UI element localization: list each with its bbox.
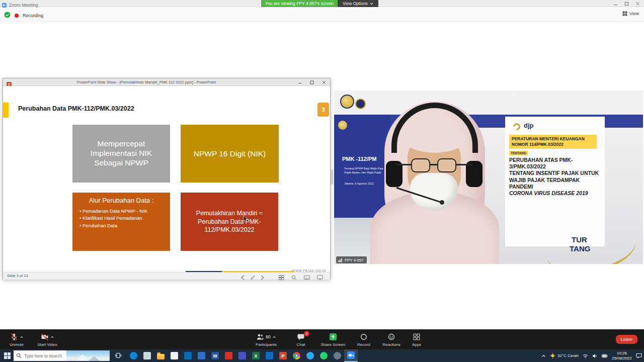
apps-grid-icon [413, 333, 421, 341]
sun-icon [550, 353, 555, 358]
previous-slide-icon[interactable] [240, 273, 245, 282]
powerpoint-status-bar: Slide 3 of 13 [3, 272, 330, 280]
meeting-info-bar: Recording View [0, 8, 644, 22]
taskbar-app-chrome[interactable] [290, 349, 303, 362]
taskbar-app-settings[interactable] [331, 349, 344, 362]
powerpoint-title-bar[interactable]: PowerPoint Slide Show - [Pemutakhiran Ma… [3, 78, 330, 86]
record-button[interactable]: Record [352, 329, 375, 349]
background-subtext: Jakarta, 6 Agustus 2022 [344, 182, 374, 185]
battery-icon[interactable] [602, 354, 608, 358]
excel-icon: X [252, 352, 260, 359]
taskbar-app-teams[interactable] [235, 349, 249, 362]
taskbar-app-outlook[interactable] [263, 349, 276, 362]
acrobat-icon [225, 352, 232, 359]
background-watermark: TANG [570, 244, 590, 253]
taskbar-app-telegram[interactable] [303, 349, 317, 362]
unmute-button[interactable]: Unmute [3, 329, 30, 349]
view-options-button[interactable]: View Options [338, 0, 378, 7]
taskbar-app-photos[interactable] [195, 349, 208, 362]
view-label: View [629, 11, 639, 16]
ppt-close-button[interactable] [318, 78, 330, 86]
subtitle-toggle-icon[interactable] [304, 273, 310, 282]
reactions-button[interactable]: Reactions [378, 329, 405, 349]
ppt-maximize-button[interactable] [306, 78, 318, 86]
background-pmk-title: PMK -112/PM [342, 156, 376, 162]
tray-clock[interactable]: 10:26 25/08/2022 [612, 351, 632, 360]
start-video-button[interactable]: Start Video [31, 329, 63, 349]
minimize-button[interactable] [610, 0, 621, 7]
store-icon [171, 352, 178, 359]
slideshow-view-icon[interactable] [317, 273, 323, 282]
start-button[interactable] [3, 352, 11, 359]
regulation-header-line1: PERATURAN MENTERI KEUANGAN [512, 136, 597, 142]
chevron-up-icon[interactable] [20, 336, 24, 338]
view-button[interactable]: View [622, 11, 639, 16]
leave-button[interactable]: Leave [616, 335, 637, 344]
viewing-screen-banner: You are viewing FPY 4 057's screen [261, 0, 338, 7]
volume-icon[interactable] [592, 353, 598, 358]
kemenkeu-emblem-icon [340, 95, 354, 109]
weather-label: 31°C Cerah [557, 353, 579, 358]
next-slide-icon[interactable] [260, 273, 265, 282]
system-tray: 31°C Cerah 10:26 25/08/2022 [541, 349, 642, 362]
close-button[interactable] [632, 0, 643, 7]
taskbar-app-excel[interactable]: X [249, 349, 263, 362]
slide-number-badge: 3 [317, 103, 329, 117]
network-icon[interactable] [583, 353, 588, 358]
glasses-right-lens [437, 158, 456, 172]
maximize-button[interactable] [621, 0, 632, 7]
taskbar-app-word[interactable]: W [208, 349, 222, 362]
glasses-temple-left [395, 164, 412, 165]
taskbar-app-file-explorer[interactable] [154, 349, 168, 362]
search-input[interactable] [24, 353, 66, 358]
see-all-slides-icon[interactable] [279, 273, 284, 282]
regulation-body-line: TENTANG INSENTIF PAJAK UNTUK [509, 170, 603, 176]
taskbar-app-whatsapp[interactable] [317, 349, 331, 362]
orange-box-bullet: Perubahan Data [76, 222, 166, 229]
slide-box-gray: Mempercepat Implementasi NIK Sebagai NPW… [72, 125, 170, 183]
share-screen-button[interactable]: Share Screen [317, 329, 349, 349]
recording-label: Recording [23, 13, 43, 18]
apps-button[interactable]: Apps [407, 329, 427, 349]
mic-tip [440, 200, 444, 205]
word-icon: W [211, 352, 219, 359]
encryption-shield-icon[interactable] [4, 11, 11, 20]
chevron-up-icon[interactable] [272, 336, 276, 338]
audio-signal-icon [338, 258, 343, 262]
slide-counter: Slide 3 of 13 [7, 274, 28, 278]
windows-taskbar: W X P 31°C Cerah [0, 349, 644, 362]
apps-label: Apps [412, 342, 421, 347]
action-center-icon[interactable] [636, 353, 642, 358]
taskbar-app-notepad[interactable] [140, 349, 154, 362]
taskbar-app-mail[interactable] [181, 349, 195, 362]
scrollbar-handle[interactable] [331, 169, 333, 185]
djp-logo-text: djp [524, 122, 534, 129]
tray-chevron-up-icon[interactable] [541, 354, 546, 357]
tray-weather[interactable]: 31°C Cerah [550, 353, 579, 358]
participants-button[interactable]: 80 Participants [251, 329, 282, 349]
notepad-icon [143, 352, 151, 359]
file-explorer-icon [157, 354, 165, 359]
orange-box-heading: Alur Perubahan Data : [76, 197, 166, 204]
reactions-label: Reactions [382, 342, 400, 347]
taskbar-app-store[interactable] [168, 349, 181, 362]
task-view-button[interactable] [115, 352, 122, 361]
ppt-minimize-button[interactable] [294, 78, 306, 86]
chat-button[interactable]: 2 Chat [291, 329, 311, 349]
slide-canvas[interactable]: Perubahan Data PMK-112/PMK.03/2022 3 Mem… [3, 86, 330, 272]
zoom-into-slide-icon[interactable] [291, 273, 297, 282]
chevron-up-icon[interactable] [50, 336, 54, 338]
share-screen-icon [329, 333, 337, 341]
taskbar-app-powerpoint[interactable]: P [276, 349, 290, 362]
annotate-pen-icon[interactable] [250, 273, 255, 282]
taskbar-search[interactable] [14, 350, 110, 361]
mail-icon [184, 352, 192, 359]
taskbar-app-acrobat[interactable] [222, 349, 235, 362]
taskbar-app-zoom[interactable] [344, 349, 358, 362]
windows-logo-icon [4, 352, 11, 359]
search-highlight-image[interactable] [66, 350, 110, 361]
powerpoint-icon: P [279, 352, 287, 359]
taskbar-app-edge[interactable] [127, 349, 140, 362]
slide-title: Perubahan Data PMK-112/PMK.03/2022 [18, 105, 134, 112]
regulation-body: PERUBAHAN ATAS PMK-3/PMK.03/2022 TENTANG… [509, 157, 603, 197]
